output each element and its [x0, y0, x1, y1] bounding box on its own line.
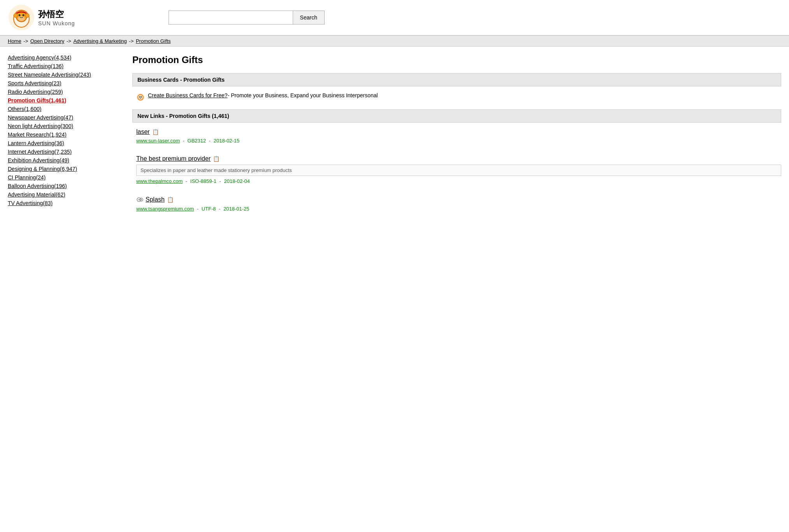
- sidebar-link-7[interactable]: Newspaper Advertising(47): [8, 114, 73, 121]
- sidebar-link-3[interactable]: Sports Advertising(23): [8, 80, 62, 86]
- sidebar-item: Others(1,600): [8, 106, 117, 112]
- sidebar-item: Street Nameplate Advertising(243): [8, 72, 117, 78]
- note-icon: 📋: [167, 197, 174, 203]
- link-title-2[interactable]: Splash: [146, 196, 165, 203]
- search-area: Search: [169, 11, 325, 25]
- link-title-row: Splash📋: [136, 196, 781, 204]
- svg-point-15: [141, 199, 142, 200]
- sidebar-item: Exhibition Advertising(49): [8, 157, 117, 163]
- sep1: -: [195, 206, 200, 212]
- link-title-row: The best premium provider📋: [136, 155, 781, 162]
- breadcrumb-sep3: ->: [129, 38, 135, 44]
- links-container: laser📋www.sun-laser.com - GB2312 - 2018-…: [132, 128, 781, 212]
- breadcrumb-open-directory[interactable]: Open Directory: [30, 38, 64, 44]
- sidebar-link-12[interactable]: Exhibition Advertising(49): [8, 157, 69, 163]
- note-icon: 📋: [213, 156, 220, 162]
- svg-point-5: [23, 14, 25, 16]
- sidebar-link-4[interactable]: Radio Advertising(259): [8, 89, 63, 95]
- sidebar-item: TV Advertising(83): [8, 200, 117, 206]
- search-input[interactable]: [169, 11, 293, 25]
- link-date: 2018-01-25: [223, 206, 250, 212]
- logo-icon: [8, 4, 35, 31]
- biz-card-desc: - Promote your Business, Expand your Bus…: [228, 92, 378, 98]
- breadcrumb-advertising[interactable]: Advertising & Marketing: [73, 38, 127, 44]
- logo-text: 孙悟空 SUN Wukong: [38, 9, 75, 26]
- link-meta: www.sun-laser.com - GB2312 - 2018-02-15: [136, 138, 781, 144]
- sidebar-item: Neon light Advertising(300): [8, 123, 117, 129]
- logo-english: SUN Wukong: [38, 20, 75, 26]
- sidebar-link-10[interactable]: Lantern Advertising(36): [8, 140, 64, 146]
- sidebar-item: Market Research(1,924): [8, 132, 117, 138]
- sidebar-item: Advertising Agency(4,534): [8, 54, 117, 61]
- sidebar-item: Sports Advertising(23): [8, 80, 117, 86]
- link-title-row: laser📋: [136, 128, 781, 135]
- sidebar-link-5[interactable]: Promotion Gifts(1,461): [8, 97, 66, 104]
- breadcrumb-promotion-gifts[interactable]: Promotion Gifts: [136, 38, 171, 44]
- link-title-1[interactable]: The best premium provider: [136, 155, 211, 162]
- link-encoding: UTF-8: [202, 206, 216, 212]
- sep2: -: [218, 206, 222, 212]
- sidebar-link-6[interactable]: Others(1,600): [8, 106, 41, 112]
- sidebar-link-16[interactable]: Advertising Material(62): [8, 191, 65, 198]
- header: 孙悟空 SUN Wukong Search: [0, 0, 789, 36]
- link-entry: The best premium provider📋Specializes in…: [132, 155, 781, 184]
- sidebar-link-1[interactable]: Traffic Advertising(136): [8, 63, 63, 69]
- sep2: -: [207, 138, 212, 144]
- sidebar-link-11[interactable]: Internet Advertising(7,235): [8, 149, 72, 155]
- breadcrumb-home[interactable]: Home: [8, 38, 21, 44]
- link-date: 2018-02-15: [214, 138, 240, 144]
- sidebar-item: Balloon Advertising(196): [8, 183, 117, 189]
- splash-icon: [136, 196, 144, 204]
- link-encoding: ISO-8859-1: [190, 178, 216, 184]
- link-entry: laser📋www.sun-laser.com - GB2312 - 2018-…: [132, 128, 781, 144]
- biz-section-header: Business Cards - Promotion Gifts: [132, 73, 781, 86]
- sidebar: Advertising Agency(4,534)Traffic Adverti…: [8, 54, 125, 223]
- sidebar-link-0[interactable]: Advertising Agency(4,534): [8, 54, 71, 61]
- sidebar-link-17[interactable]: TV Advertising(83): [8, 200, 53, 206]
- biz-card-logo-icon: [136, 93, 145, 102]
- sidebar-item: Designing & Planning(6,947): [8, 166, 117, 172]
- note-icon: 📋: [152, 129, 159, 135]
- sep1: -: [184, 178, 189, 184]
- sidebar-item: Internet Advertising(7,235): [8, 149, 117, 155]
- sep2: -: [218, 178, 223, 184]
- biz-card-text: Create Business Cards for Free?- Promote…: [148, 92, 378, 98]
- sidebar-item: Lantern Advertising(36): [8, 140, 117, 146]
- svg-point-10: [139, 97, 141, 98]
- link-encoding: GB2312: [188, 138, 206, 144]
- sidebar-item: Newspaper Advertising(47): [8, 114, 117, 121]
- svg-point-7: [25, 14, 29, 18]
- link-title-0[interactable]: laser: [136, 128, 150, 135]
- sidebar-link-14[interactable]: CI Planning(24): [8, 174, 46, 181]
- svg-point-14: [139, 199, 140, 200]
- new-links-section-header: New Links - Promotion Gifts (1,461): [132, 109, 781, 123]
- link-url[interactable]: www.thepalmco.com: [136, 178, 183, 184]
- sidebar-item: Radio Advertising(259): [8, 89, 117, 95]
- breadcrumb: Home -> Open Directory -> Advertising & …: [8, 38, 781, 44]
- search-button[interactable]: Search: [293, 11, 325, 25]
- main-layout: Advertising Agency(4,534)Traffic Adverti…: [0, 47, 789, 231]
- link-url[interactable]: www.sun-laser.com: [136, 138, 180, 144]
- svg-point-4: [19, 14, 21, 16]
- nav-bar: Home -> Open Directory -> Advertising & …: [0, 36, 789, 47]
- link-meta: www.tsangspremium.com - UTF-8 - 2018-01-…: [136, 206, 781, 212]
- content: Promotion Gifts Business Cards - Promoti…: [125, 54, 781, 223]
- link-entry: Splash📋www.tsangspremium.com - UTF-8 - 2…: [132, 196, 781, 212]
- sidebar-link-9[interactable]: Market Research(1,924): [8, 132, 67, 138]
- link-url[interactable]: www.tsangspremium.com: [136, 206, 194, 212]
- sidebar-link-13[interactable]: Designing & Planning(6,947): [8, 166, 77, 172]
- sidebar-item: Promotion Gifts(1,461): [8, 97, 117, 104]
- page-title: Promotion Gifts: [132, 54, 781, 65]
- biz-card-link[interactable]: Create Business Cards for Free?: [148, 92, 228, 98]
- sidebar-link-15[interactable]: Balloon Advertising(196): [8, 183, 67, 189]
- breadcrumb-sep1: ->: [23, 38, 30, 44]
- link-description: Specializes in paper and leather made st…: [136, 165, 781, 176]
- svg-point-3: [18, 16, 25, 21]
- link-meta: www.thepalmco.com - ISO-8859-1 - 2018-02…: [136, 178, 781, 184]
- sidebar-item: Advertising Material(62): [8, 191, 117, 198]
- sidebar-link-8[interactable]: Neon light Advertising(300): [8, 123, 73, 129]
- breadcrumb-sep2: ->: [67, 38, 73, 44]
- svg-point-11: [141, 97, 142, 98]
- biz-card-entry: Create Business Cards for Free?- Promote…: [132, 92, 781, 102]
- sidebar-link-2[interactable]: Street Nameplate Advertising(243): [8, 72, 91, 78]
